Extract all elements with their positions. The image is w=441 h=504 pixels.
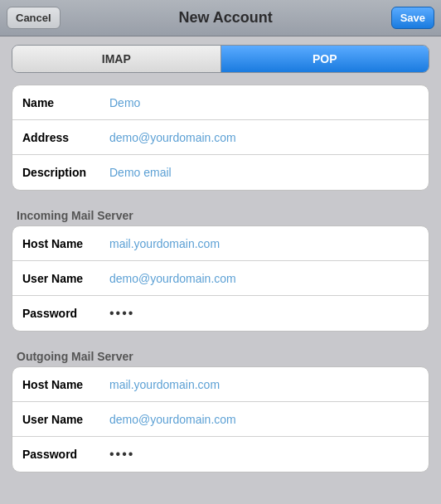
outgoing-hostname-value[interactable]: mail.yourdomain.com <box>109 378 419 391</box>
incoming-hostname-label: Host Name <box>22 237 109 250</box>
outgoing-password-label: Password <box>22 448 109 461</box>
table-row: Address demo@yourdomain.com <box>12 120 429 155</box>
header: Cancel New Account Save <box>0 0 441 36</box>
table-row: Password •••• <box>12 296 429 331</box>
outgoing-username-value[interactable]: demo@yourdomain.com <box>109 413 419 426</box>
table-row: Description Demo email <box>12 155 429 190</box>
outgoing-mail-section: Outgoing Mail Server Host Name mail.your… <box>12 343 429 472</box>
incoming-hostname-value[interactable]: mail.yourdomain.com <box>109 237 419 250</box>
main-content: Name Demo Address demo@yourdomain.com De… <box>0 81 441 472</box>
incoming-mail-heading: Incoming Mail Server <box>12 202 429 225</box>
outgoing-hostname-label: Host Name <box>22 378 109 391</box>
table-row: Password •••• <box>12 437 429 472</box>
account-info-section: Name Demo Address demo@yourdomain.com De… <box>12 85 429 191</box>
incoming-username-value[interactable]: demo@yourdomain.com <box>109 272 419 285</box>
incoming-password-label: Password <box>22 307 109 320</box>
description-label: Description <box>22 166 109 179</box>
account-type-segment: IMAP POP <box>12 45 429 73</box>
outgoing-password-value[interactable]: •••• <box>109 447 419 462</box>
description-value[interactable]: Demo email <box>109 166 419 179</box>
table-row: Host Name mail.yourdomain.com <box>12 367 429 402</box>
table-row: User Name demo@yourdomain.com <box>12 261 429 296</box>
name-value[interactable]: Demo <box>109 96 419 109</box>
name-label: Name <box>22 96 109 109</box>
tab-imap[interactable]: IMAP <box>12 46 221 72</box>
incoming-password-value[interactable]: •••• <box>109 306 419 321</box>
outgoing-mail-table: Host Name mail.yourdomain.com User Name … <box>12 366 429 472</box>
incoming-mail-section: Incoming Mail Server Host Name mail.your… <box>12 202 429 332</box>
cancel-button[interactable]: Cancel <box>7 7 61 29</box>
address-label: Address <box>22 131 109 144</box>
outgoing-username-label: User Name <box>22 413 109 426</box>
address-value[interactable]: demo@yourdomain.com <box>109 131 419 144</box>
table-row: Host Name mail.yourdomain.com <box>12 226 429 261</box>
save-button[interactable]: Save <box>391 7 434 29</box>
table-row: User Name demo@yourdomain.com <box>12 402 429 437</box>
incoming-mail-table: Host Name mail.yourdomain.com User Name … <box>12 225 429 332</box>
page-title: New Account <box>61 9 391 27</box>
outgoing-mail-heading: Outgoing Mail Server <box>12 343 429 366</box>
table-row: Name Demo <box>12 85 429 120</box>
segment-control: IMAP POP <box>0 36 441 81</box>
account-info-table: Name Demo Address demo@yourdomain.com De… <box>12 85 429 191</box>
incoming-username-label: User Name <box>22 272 109 285</box>
tab-pop[interactable]: POP <box>221 46 429 72</box>
